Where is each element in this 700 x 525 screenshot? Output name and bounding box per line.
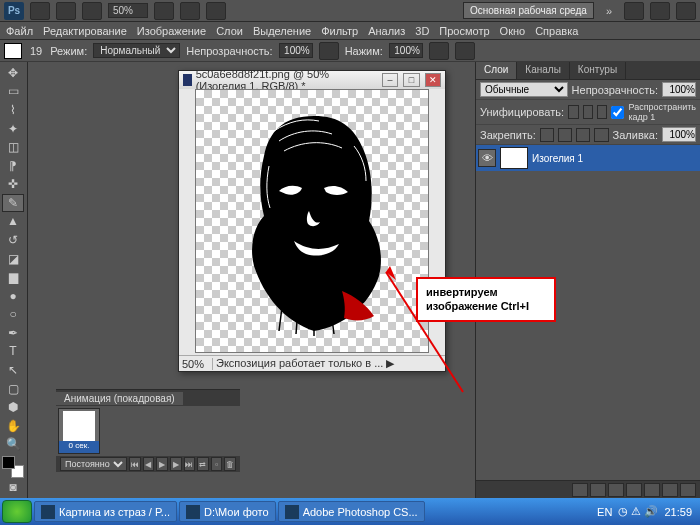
mode-select[interactable]: Нормальный <box>93 43 180 58</box>
last-frame-button[interactable]: ⏭ <box>184 457 196 471</box>
history-icon[interactable] <box>56 2 76 20</box>
move-tool[interactable]: ✥ <box>2 64 24 82</box>
layer-thumb[interactable] <box>500 147 528 169</box>
max-icon[interactable] <box>650 2 670 20</box>
loop-select[interactable]: Постоянно <box>60 457 127 471</box>
opacity-input[interactable] <box>279 43 313 58</box>
hand-icon[interactable] <box>154 2 174 20</box>
trash-icon[interactable] <box>680 483 696 497</box>
dodge-tool[interactable]: ○ <box>2 306 24 324</box>
arrange-icon[interactable] <box>180 2 200 20</box>
eyedropper-tool[interactable]: ⁋ <box>2 157 24 175</box>
start-button[interactable] <box>2 500 32 523</box>
hand-tool[interactable]: ✋ <box>2 417 24 435</box>
lock-pos-icon[interactable] <box>576 128 590 142</box>
task-item[interactable]: Adobe Photoshop CS... <box>278 501 425 522</box>
wand-tool[interactable]: ✦ <box>2 120 24 138</box>
adjust-icon[interactable] <box>626 483 642 497</box>
fill-input[interactable] <box>662 127 696 142</box>
stamp-tool[interactable]: ▲ <box>2 213 24 231</box>
path-tool[interactable]: ↖ <box>2 361 24 379</box>
tab-paths[interactable]: Контуры <box>570 62 626 79</box>
menu-analysis[interactable]: Анализ <box>368 25 405 37</box>
fx-icon[interactable] <box>590 483 606 497</box>
unify-pos-icon[interactable] <box>568 105 578 119</box>
view-icon[interactable] <box>82 2 102 20</box>
lock-pixels-icon[interactable] <box>558 128 572 142</box>
menu-layers[interactable]: Слои <box>216 25 243 37</box>
menu-window[interactable]: Окно <box>500 25 526 37</box>
crop-tool[interactable]: ◫ <box>2 138 24 156</box>
prev-frame-button[interactable]: ◀ <box>143 457 155 471</box>
menu-edit[interactable]: Редактирование <box>43 25 127 37</box>
brush-preview[interactable] <box>4 43 22 59</box>
menu-select[interactable]: Выделение <box>253 25 311 37</box>
unify-style-icon[interactable] <box>597 105 607 119</box>
workspace-button[interactable]: Основная рабочая среда <box>463 2 594 19</box>
zoom-select[interactable]: 50% <box>108 3 148 18</box>
new-frame-button[interactable]: ▫ <box>211 457 223 471</box>
system-tray[interactable]: EN ◷ ⚠ 🔊 21:59 <box>591 505 698 518</box>
menu-image[interactable]: Изображение <box>137 25 206 37</box>
unify-vis-icon[interactable] <box>583 105 593 119</box>
layer-name[interactable]: Изогелия 1 <box>532 153 583 164</box>
lock-all-icon[interactable] <box>594 128 608 142</box>
menu-3d[interactable]: 3D <box>415 25 429 37</box>
doc-zoom[interactable]: 50% <box>179 358 213 370</box>
group-icon[interactable] <box>644 483 660 497</box>
pen-tool[interactable]: ✒ <box>2 324 24 342</box>
layer-opacity-input[interactable] <box>662 82 696 97</box>
blur-tool[interactable]: ● <box>2 287 24 305</box>
min-icon[interactable] <box>624 2 644 20</box>
3d-tool[interactable]: ⬢ <box>2 398 24 416</box>
shape-tool[interactable]: ▢ <box>2 380 24 398</box>
lasso-tool[interactable]: ⌇ <box>2 101 24 119</box>
heal-tool[interactable]: ✜ <box>2 175 24 193</box>
close-icon[interactable] <box>676 2 696 20</box>
menu-file[interactable]: Файл <box>6 25 33 37</box>
document-canvas[interactable] <box>195 89 429 353</box>
screen-icon[interactable] <box>206 2 226 20</box>
doc-min-button[interactable]: – <box>382 73 398 87</box>
zoom-tool[interactable]: 🔍 <box>2 436 24 454</box>
type-tool[interactable]: T <box>2 343 24 361</box>
animation-tab[interactable]: Анимация (покадровая) <box>56 392 183 405</box>
pressure-size-icon[interactable] <box>455 42 475 60</box>
color-swatches[interactable] <box>2 456 24 477</box>
history-brush-tool[interactable]: ↺ <box>2 231 24 249</box>
tween-button[interactable]: ⇄ <box>197 457 209 471</box>
next-frame-button[interactable]: ▶ <box>170 457 182 471</box>
task-item[interactable]: Картина из страз / P... <box>34 501 177 522</box>
play-button[interactable]: ▶ <box>156 457 168 471</box>
gradient-tool[interactable]: ▆ <box>2 268 24 286</box>
menu-filter[interactable]: Фильтр <box>321 25 358 37</box>
bridge-icon[interactable] <box>30 2 50 20</box>
new-layer-icon[interactable] <box>662 483 678 497</box>
lang-indicator[interactable]: EN <box>597 506 612 518</box>
tab-channels[interactable]: Каналы <box>517 62 570 79</box>
visibility-icon[interactable]: 👁 <box>478 149 496 167</box>
layer-row[interactable]: 👁 Изогелия 1 <box>476 145 700 171</box>
animation-frame[interactable]: 0 сек. <box>58 408 100 454</box>
lock-trans-icon[interactable] <box>540 128 554 142</box>
first-frame-button[interactable]: ⏮ <box>129 457 141 471</box>
doc-close-button[interactable]: ✕ <box>425 73 441 87</box>
tab-layers[interactable]: Слои <box>476 62 517 79</box>
marquee-tool[interactable]: ▭ <box>2 83 24 101</box>
eraser-tool[interactable]: ◪ <box>2 250 24 268</box>
expand-icon[interactable]: » <box>600 5 618 17</box>
mask-icon[interactable] <box>608 483 624 497</box>
doc-max-button[interactable]: □ <box>403 73 419 87</box>
quickmask-tool[interactable]: ◙ <box>2 479 24 497</box>
link-icon[interactable] <box>572 483 588 497</box>
delete-frame-button[interactable]: 🗑 <box>224 457 236 471</box>
propagate-checkbox[interactable] <box>611 105 624 120</box>
brush-tool[interactable]: ✎ <box>2 194 24 212</box>
menu-help[interactable]: Справка <box>535 25 578 37</box>
task-item[interactable]: D:\Мои фото <box>179 501 276 522</box>
pressure-opacity-icon[interactable] <box>319 42 339 60</box>
blend-mode-select[interactable]: Обычные <box>480 82 568 97</box>
menu-view[interactable]: Просмотр <box>439 25 489 37</box>
flow-input[interactable] <box>389 43 423 58</box>
airbrush-icon[interactable] <box>429 42 449 60</box>
